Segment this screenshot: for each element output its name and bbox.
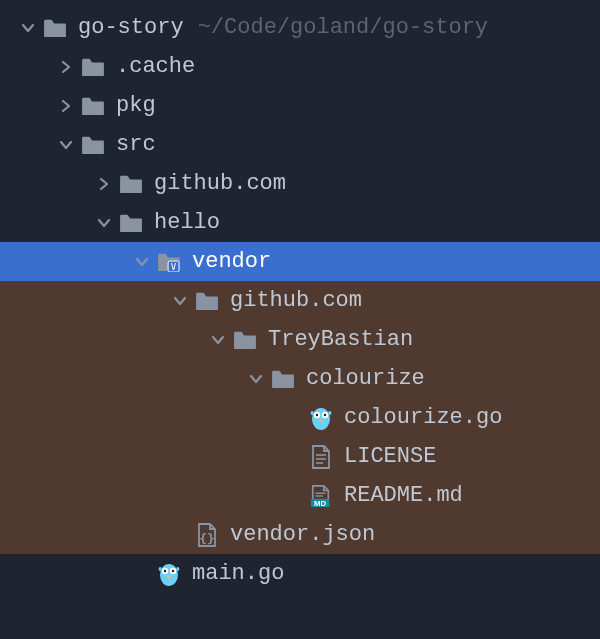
folder-icon — [194, 288, 220, 314]
chevron-down-icon[interactable] — [52, 138, 80, 152]
svg-text:MD: MD — [314, 498, 326, 507]
svg-point-18 — [160, 564, 178, 586]
chevron-down-icon[interactable] — [128, 255, 156, 269]
tree-item-label: github.com — [154, 171, 286, 196]
file-tree: go-story~/Code/goland/go-story .cache pk… — [0, 0, 600, 593]
folder-icon — [80, 93, 106, 119]
chevron-right-icon[interactable] — [90, 177, 118, 191]
tree-row[interactable]: github.com — [0, 281, 600, 320]
svg-point-8 — [311, 411, 314, 415]
chevron-down-icon[interactable] — [204, 333, 232, 347]
tree-item-label: colourize.go — [344, 405, 502, 430]
tree-item-label: pkg — [116, 93, 156, 118]
folder-icon — [118, 171, 144, 197]
folder-icon: V — [156, 249, 182, 275]
tree-item-label: go-story — [78, 15, 184, 40]
tree-item-label: .cache — [116, 54, 195, 79]
svg-text:{}: {} — [199, 531, 215, 546]
folder-icon — [42, 15, 68, 41]
tree-item-label: vendor.json — [230, 522, 375, 547]
gopher-icon — [156, 561, 182, 587]
tree-row[interactable]: go-story~/Code/goland/go-story — [0, 8, 600, 47]
svg-point-23 — [167, 575, 171, 578]
chevron-right-icon[interactable] — [52, 99, 80, 113]
chevron-down-icon[interactable] — [14, 21, 42, 35]
svg-point-24 — [159, 567, 162, 571]
text-file-icon — [308, 444, 334, 470]
tree-row[interactable]: colourize — [0, 359, 600, 398]
tree-row[interactable]: colourize.go — [0, 398, 600, 437]
chevron-down-icon[interactable] — [166, 294, 194, 308]
tree-row[interactable]: V vendor — [0, 242, 600, 281]
folder-icon — [80, 132, 106, 158]
svg-point-21 — [164, 569, 166, 571]
tree-row[interactable]: .cache — [0, 47, 600, 86]
tree-item-label: README.md — [344, 483, 463, 508]
folder-icon — [118, 210, 144, 236]
tree-row[interactable]: pkg — [0, 86, 600, 125]
tree-row[interactable]: main.go — [0, 554, 600, 593]
svg-point-6 — [324, 413, 326, 415]
tree-row[interactable]: hello — [0, 203, 600, 242]
tree-item-label: LICENSE — [344, 444, 436, 469]
folder-icon — [80, 54, 106, 80]
tree-item-label: vendor — [192, 249, 271, 274]
tree-row[interactable]: LICENSE — [0, 437, 600, 476]
tree-item-label: src — [116, 132, 156, 157]
tree-row[interactable]: TreyBastian — [0, 320, 600, 359]
folder-icon — [232, 327, 258, 353]
svg-point-9 — [328, 411, 331, 415]
gopher-icon — [308, 405, 334, 431]
chevron-right-icon[interactable] — [52, 60, 80, 74]
markdown-file-icon: MD — [308, 483, 334, 509]
json-file-icon: {} — [194, 522, 220, 548]
tree-item-label: main.go — [192, 561, 284, 586]
svg-point-7 — [319, 419, 323, 422]
tree-row[interactable]: github.com — [0, 164, 600, 203]
tree-row[interactable]: MD README.md — [0, 476, 600, 515]
tree-item-label: github.com — [230, 288, 362, 313]
svg-point-2 — [312, 408, 330, 430]
svg-point-25 — [176, 567, 179, 571]
tree-item-label: hello — [154, 210, 220, 235]
tree-row[interactable]: src — [0, 125, 600, 164]
svg-point-5 — [316, 413, 318, 415]
tree-row[interactable]: {} vendor.json — [0, 515, 600, 554]
tree-item-label: TreyBastian — [268, 327, 413, 352]
svg-text:V: V — [171, 262, 177, 272]
chevron-down-icon[interactable] — [90, 216, 118, 230]
chevron-down-icon[interactable] — [242, 372, 270, 386]
tree-item-label: colourize — [306, 366, 425, 391]
folder-icon — [270, 366, 296, 392]
svg-point-22 — [172, 569, 174, 571]
project-path-hint: ~/Code/goland/go-story — [198, 15, 488, 40]
